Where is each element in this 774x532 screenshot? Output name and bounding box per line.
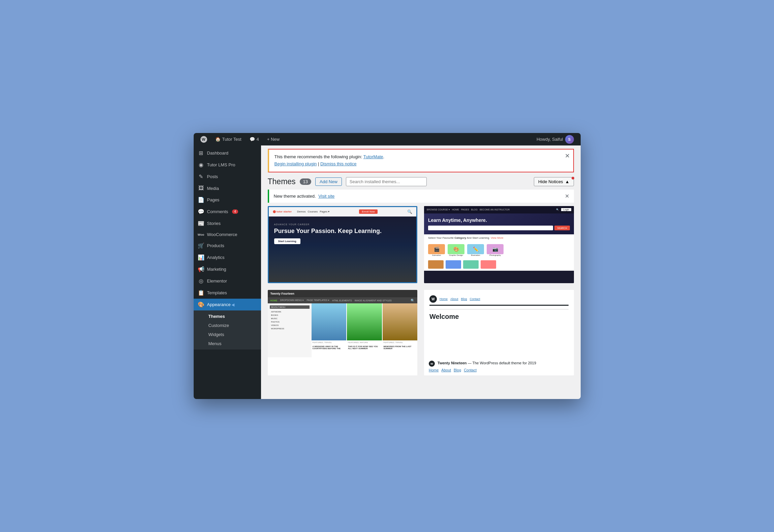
wp-icon: W xyxy=(200,136,207,143)
sidebar-subitem-widgets[interactable]: Widgets xyxy=(194,330,261,339)
sk-cat-illustration: ✏️ Illustration xyxy=(467,244,484,258)
dismiss-notice-link[interactable]: Dismiss this notice xyxy=(320,161,357,166)
tn-footer-blog[interactable]: Blog xyxy=(454,368,461,372)
sk-categories: 🎬 Animation 🎨 Graphic Design ✏️ Illustra… xyxy=(424,241,574,260)
tn-nav-blog[interactable]: Blog xyxy=(461,297,467,301)
comments-button[interactable]: 💬 4 xyxy=(246,133,262,145)
sidebar-item-analytics[interactable]: 📊 Analytics xyxy=(194,252,261,263)
sk-cat-graphic: 🎨 Graphic Design xyxy=(448,244,464,258)
tutor-starter-preview: ⬤ tutor starter Demos Courses Pages ▾ En… xyxy=(269,207,417,282)
sk-nav: BROWSE COURSE ▾ HOME PAGES BLOG BECOME A… xyxy=(424,206,574,213)
theme-card-skillate[interactable]: BROWSE COURSE ▾ HOME PAGES BLOG BECOME A… xyxy=(424,206,574,284)
begin-installing-link[interactable]: Begin installing plugin xyxy=(275,161,317,166)
new-button[interactable]: + New xyxy=(264,133,283,145)
appearance-submenu: Themes Customize Widgets Menus xyxy=(194,310,261,350)
sk-search-bar: SEARCH xyxy=(428,226,570,230)
themes-grid: ⬤ tutor starter Demos Courses Pages ▾ En… xyxy=(261,206,581,383)
theme-card-tutor-starter[interactable]: ⬤ tutor starter Demos Courses Pages ▾ En… xyxy=(268,206,418,284)
marketing-icon: 📢 xyxy=(198,266,204,272)
twenty-nineteen-title: Twenty Nineteen — The WordPress default … xyxy=(438,361,536,365)
sidebar-item-elementor[interactable]: ◎ Elementor xyxy=(194,275,261,287)
tn-footer-logo: W xyxy=(429,361,435,367)
sidebar-item-dashboard[interactable]: ⊞ Dashboard xyxy=(194,147,261,159)
sidebar-label: Elementor xyxy=(207,278,227,284)
ts-start-btn: Start Learning xyxy=(274,238,300,244)
tf-sidebar: REVOLT MENU ARTWORK BOOKS MUSIC PHOTOS V… xyxy=(268,303,312,357)
browser-window: W 🏠 Tutor Test 💬 4 + New Howdy, Saiful S xyxy=(194,133,581,399)
sidebar-subitem-themes[interactable]: Themes xyxy=(194,312,261,321)
sidebar-item-templates[interactable]: 📋 Templates xyxy=(194,287,261,299)
sidebar-item-comments[interactable]: 💬 Comments 4 xyxy=(194,206,261,218)
stories-icon: 📰 xyxy=(198,220,204,227)
comments-badge: 4 xyxy=(232,209,238,214)
wp-logo-button[interactable]: W xyxy=(197,133,211,145)
search-input[interactable] xyxy=(346,177,427,186)
analytics-icon: 📊 xyxy=(198,254,204,261)
howdy-item[interactable]: Howdy, Saiful S xyxy=(533,133,577,145)
sidebar-item-posts[interactable]: ✎ Posts xyxy=(194,171,261,182)
tutormate-link[interactable]: TutorMate xyxy=(363,154,383,159)
sidebar-label: Marketing xyxy=(207,267,226,272)
tn-nav-contact[interactable]: Contact xyxy=(470,297,480,301)
sidebar-item-media[interactable]: 🖼 Media xyxy=(194,182,261,194)
main-layout: ⊞ Dashboard ◉ Tutor LMS Pro ✎ Posts 🖼 Me… xyxy=(194,145,581,399)
comment-icon: 💬 xyxy=(250,137,255,142)
ts-enroll-btn: Enroll Now xyxy=(359,209,378,214)
tn-footer-home[interactable]: Home xyxy=(429,368,439,372)
sk-cat-animation: 🎬 Animation xyxy=(428,244,445,258)
tutor-icon: ◉ xyxy=(198,162,204,168)
sidebar-label: Templates xyxy=(207,290,227,295)
new-label: + New xyxy=(267,137,280,142)
twenty-nineteen-footer: W Twenty Nineteen — The WordPress defaul… xyxy=(424,357,574,375)
media-icon: 🖼 xyxy=(198,185,204,191)
chevron-left-icon: ◀ xyxy=(231,302,234,307)
sidebar-item-tutor-lms-pro[interactable]: ◉ Tutor LMS Pro xyxy=(194,159,261,171)
tn-footer-links: Home About Blog Contact xyxy=(429,368,569,372)
sidebar-label: Products xyxy=(207,243,224,248)
sidebar-label: Media xyxy=(207,186,219,191)
sidebar-label: Appearance xyxy=(207,302,231,307)
sidebar-label: Tutor LMS Pro xyxy=(207,162,235,167)
tn-divider2 xyxy=(429,309,569,309)
sidebar-subitem-customize[interactable]: Customize xyxy=(194,321,261,330)
sidebar-item-appearance[interactable]: 🎨 Appearance ◀ xyxy=(194,299,261,310)
add-new-button[interactable]: Add New xyxy=(315,177,342,186)
sk-hero: Learn Anytime, Anywhere. SEARCH xyxy=(424,213,574,235)
sk-search-btn: SEARCH xyxy=(554,226,570,230)
sidebar: ⊞ Dashboard ◉ Tutor LMS Pro ✎ Posts 🖼 Me… xyxy=(194,145,261,399)
sidebar-item-woocommerce[interactable]: Woo WooCommerce xyxy=(194,229,261,240)
ts-building-overlay xyxy=(269,245,417,282)
tn-nav-about[interactable]: About xyxy=(450,297,458,301)
hide-notices-button[interactable]: Hide Notices ▲ xyxy=(534,177,574,186)
tn-logo: W xyxy=(429,295,437,303)
sidebar-item-pages[interactable]: 📄 Pages xyxy=(194,194,261,206)
ts-nav: ⬤ tutor starter Demos Courses Pages ▾ En… xyxy=(269,207,417,217)
twenty-nineteen-preview: W Home About Blog Contact Welcome xyxy=(424,290,574,357)
activated-close-button[interactable]: ✕ xyxy=(565,193,569,199)
sidebar-item-products[interactable]: 🛒 Products xyxy=(194,240,261,252)
tf-body: REVOLT MENU ARTWORK BOOKS MUSIC PHOTOS V… xyxy=(268,303,418,357)
tn-logo-row: W Home About Blog Contact xyxy=(429,295,569,303)
sidebar-label: Posts xyxy=(207,174,218,179)
visit-site-link[interactable]: Visit site xyxy=(318,194,334,199)
tn-footer-about[interactable]: About xyxy=(441,368,451,372)
theme-card-twenty-nineteen[interactable]: W Home About Blog Contact Welcome xyxy=(424,290,574,375)
sidebar-item-marketing[interactable]: 📢 Marketing xyxy=(194,263,261,275)
sidebar-label: Dashboard xyxy=(207,151,229,156)
sidebar-label: Analytics xyxy=(207,255,225,260)
themes-count-badge: 13 xyxy=(300,178,311,185)
sidebar-label: Comments xyxy=(207,209,228,214)
notice-close-button[interactable]: ✕ xyxy=(565,153,570,159)
tn-nav-home[interactable]: Home xyxy=(440,297,448,301)
sidebar-item-stories[interactable]: 📰 Stories xyxy=(194,218,261,229)
sidebar-subitem-menus[interactable]: Menus xyxy=(194,339,261,348)
theme-card-twenty-fourteen[interactable]: Twenty Fourteen HOME DROPDOWN MENU ▾ PAG… xyxy=(268,290,418,375)
tn-title-row: W Twenty Nineteen — The WordPress defaul… xyxy=(429,361,569,367)
admin-bar-right: Howdy, Saiful S xyxy=(533,133,577,145)
admin-bar: W 🏠 Tutor Test 💬 4 + New Howdy, Saiful S xyxy=(194,133,581,145)
site-name-button[interactable]: 🏠 Tutor Test xyxy=(212,133,245,145)
sidebar-menu: ⊞ Dashboard ◉ Tutor LMS Pro ✎ Posts 🖼 Me… xyxy=(194,145,261,350)
sk-cat-photography: 📷 Photography xyxy=(487,244,504,258)
tn-footer-contact[interactable]: Contact xyxy=(464,368,477,372)
activated-text: New theme activated. Visit site xyxy=(274,194,335,199)
